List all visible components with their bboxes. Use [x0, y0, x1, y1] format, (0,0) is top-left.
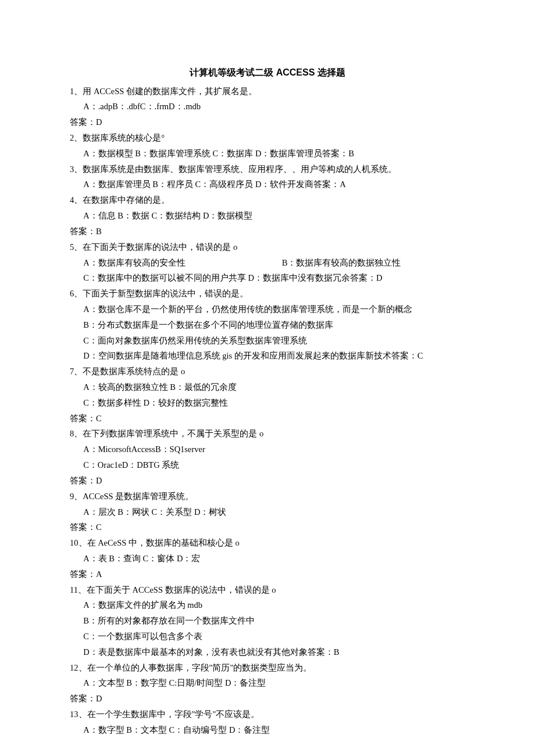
q8-stem: 8、在下列数据库管理系统中，不属于关系型的是 o [70, 426, 465, 442]
q13-stem: 13、在一个学生数据库中，字段"学号"不应该是。 [70, 707, 465, 722]
q1-stem: 1、用 ACCeSS 创建的数据库文件，其扩展名是。 [70, 84, 465, 99]
document-page: 计算机等级考试二级 ACCESS 选择题 1、用 ACCeSS 创建的数据库文件… [0, 0, 535, 756]
q11-option-c: C：一个数据库可以包含多个表 [70, 629, 465, 644]
q11-option-b: B：所有的对象都存放在同一个数据库文件中 [70, 613, 465, 629]
q6-option-c: C：面向对象数据库仍然采用传统的关系型数据库管理系统 [70, 333, 465, 349]
q3-options: A：数据库管理员 B：程序员 C：高级程序员 D：软件开发商答案：A [70, 177, 465, 192]
q7-stem: 7、不是数据库系统特点的是 o [70, 364, 465, 379]
q8-answer: 答案：D [70, 473, 465, 489]
q9-stem: 9、ACCeSS 是数据库管理系统。 [70, 489, 465, 504]
q5-stem: 5、在下面关于数据库的说法中，错误的是 o [70, 239, 465, 255]
q11-option-a: A：数据库文件的扩展名为 mdb [70, 597, 465, 613]
q5-options-row1: A：数据库有较高的安全性 B：数据库有较高的数据独立性 [70, 255, 465, 271]
q7-options-cd: C：数据多样性 D：较好的数据完整性 [70, 395, 465, 411]
q1-answer: 答案：D [70, 114, 465, 130]
q6-option-d: D：空间数据库是随着地理信息系统 gis 的开发和应用而发展起来的数据库新技术答… [70, 348, 465, 364]
q5-options-row2: C：数据库中的数据可以被不同的用户共享 D：数据库中没有数据冗余答案：D [70, 270, 465, 286]
q7-options-ab: A：较高的数据独立性 B：最低的冗余度 [70, 379, 465, 395]
q11-stem: 11、在下面关于 ACCeSS 数据库的说法中，错误的是 o [70, 582, 465, 598]
q6-option-b: B：分布式数据库是一个数据在多个不同的地理位置存储的数据库 [70, 317, 465, 333]
q2-stem: 2、数据库系统的核心是° [70, 130, 465, 146]
q10-options: A：表 B：查询 C：窗体 D：宏 [70, 551, 465, 567]
q6-stem: 6、下面关于新型数据库的说法中，错误的是。 [70, 286, 465, 302]
q4-options: A：信息 B：数据 C：数据结构 D：数据模型 [70, 208, 465, 224]
q4-answer: 答案：B [70, 224, 465, 239]
page-title: 计算机等级考试二级 ACCESS 选择题 [70, 64, 465, 81]
q2-options: A：数据模型 B：数据库管理系统 C：数据库 D：数据库管理员答案：B [70, 146, 465, 162]
q10-answer: 答案：A [70, 567, 465, 582]
q12-options: A：文本型 B：数字型 C:日期/时间型 D：备注型 [70, 675, 465, 691]
q8-options-cd: C：Orac1eD：DBTG 系统 [70, 457, 465, 473]
q8-options-ab: A：MicorsoftAccessB：SQ1server [70, 442, 465, 457]
q9-options: A：层次 B：网状 C：关系型 D：树状 [70, 504, 465, 520]
q9-answer: 答案：C [70, 519, 465, 535]
q7-answer: 答案：C [70, 411, 465, 427]
q5-option-a: A：数据库有较高的安全性 [83, 255, 282, 271]
q12-answer: 答案：D [70, 691, 465, 707]
q4-stem: 4、在数据库中存储的是。 [70, 192, 465, 208]
q5-option-b: B：数据库有较高的数据独立性 [282, 255, 465, 271]
q12-stem: 12、在一个单位的人事数据库，字段"简历"的数据类型应当为。 [70, 660, 465, 676]
q6-option-a: A：数据仓库不是一个新的平台，仍然使用传统的数据库管理系统，而是一个新的概念 [70, 302, 465, 317]
q10-stem: 10、在 AeCeSS 中，数据库的基础和核心是 o [70, 535, 465, 551]
q11-option-d: D：表是数据库中最基本的对象，没有表也就没有其他对象答案：B [70, 644, 465, 660]
q3-stem: 3、数据库系统是由数据库、数据库管理系统、应用程序、、用户等构成的人机系统。 [70, 162, 465, 177]
q1-options: A：.adpB：.dbfC：.frmD：.mdb [70, 99, 465, 114]
q13-options: A：数字型 B：文本型 C：自动编号型 D：备注型 [70, 722, 465, 738]
